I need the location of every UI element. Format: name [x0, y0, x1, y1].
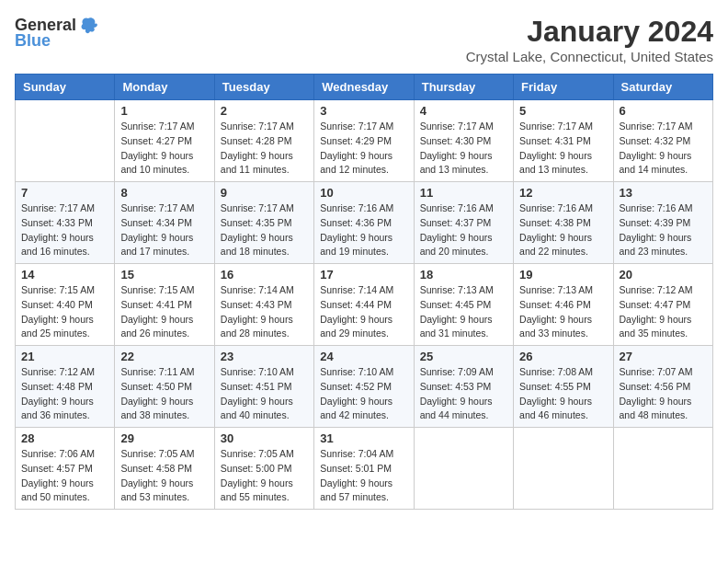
day-number: 15 [120, 268, 208, 282]
day-number: 21 [21, 350, 108, 363]
day-number: 1 [120, 104, 208, 118]
day-number: 17 [320, 268, 407, 282]
calendar-day-cell: 25Sunrise: 7:09 AM Sunset: 4:53 PM Dayli… [414, 346, 513, 428]
day-number: 12 [519, 186, 607, 200]
day-of-week-header: Sunday [16, 75, 115, 100]
day-info: Sunrise: 7:04 AM Sunset: 5:01 PM Dayligh… [320, 447, 407, 505]
day-info: Sunrise: 7:15 AM Sunset: 4:40 PM Dayligh… [21, 283, 108, 341]
calendar-header-row: SundayMondayTuesdayWednesdayThursdayFrid… [16, 75, 713, 100]
day-info: Sunrise: 7:17 AM Sunset: 4:33 PM Dayligh… [21, 201, 108, 259]
calendar-title: January 2024 [466, 15, 713, 49]
day-number: 22 [120, 350, 208, 363]
calendar-day-cell [613, 428, 712, 510]
day-info: Sunrise: 7:16 AM Sunset: 4:37 PM Dayligh… [420, 201, 507, 259]
day-info: Sunrise: 7:10 AM Sunset: 4:52 PM Dayligh… [320, 365, 407, 423]
day-info: Sunrise: 7:05 AM Sunset: 5:00 PM Dayligh… [221, 447, 308, 505]
calendar-day-cell: 18Sunrise: 7:13 AM Sunset: 4:45 PM Dayli… [414, 264, 513, 346]
calendar-day-cell: 26Sunrise: 7:08 AM Sunset: 4:55 PM Dayli… [514, 346, 613, 428]
calendar-day-cell: 14Sunrise: 7:15 AM Sunset: 4:40 PM Dayli… [16, 264, 115, 346]
calendar-subtitle: Crystal Lake, Connecticut, United States [466, 49, 713, 64]
day-info: Sunrise: 7:13 AM Sunset: 4:45 PM Dayligh… [420, 283, 507, 341]
calendar-day-cell: 9Sunrise: 7:17 AM Sunset: 4:35 PM Daylig… [214, 182, 313, 264]
calendar-week-row: 14Sunrise: 7:15 AM Sunset: 4:40 PM Dayli… [16, 264, 713, 346]
calendar-week-row: 28Sunrise: 7:06 AM Sunset: 4:57 PM Dayli… [16, 428, 713, 510]
calendar-day-cell: 13Sunrise: 7:16 AM Sunset: 4:39 PM Dayli… [613, 182, 712, 264]
calendar-week-row: 7Sunrise: 7:17 AM Sunset: 4:33 PM Daylig… [16, 182, 713, 264]
calendar-day-cell: 6Sunrise: 7:17 AM Sunset: 4:32 PM Daylig… [613, 100, 712, 182]
calendar-day-cell: 11Sunrise: 7:16 AM Sunset: 4:37 PM Dayli… [414, 182, 513, 264]
day-number: 27 [620, 350, 707, 363]
calendar-day-cell: 29Sunrise: 7:05 AM Sunset: 4:58 PM Dayli… [115, 428, 214, 510]
page-header: General Blue January 2024 Crystal Lake, … [15, 15, 713, 64]
calendar-day-cell: 27Sunrise: 7:07 AM Sunset: 4:56 PM Dayli… [613, 346, 712, 428]
calendar-day-cell [16, 100, 115, 182]
day-number: 2 [221, 104, 308, 118]
day-number: 7 [21, 186, 108, 200]
day-of-week-header: Friday [514, 75, 613, 100]
day-number: 13 [620, 186, 707, 200]
day-number: 18 [420, 268, 507, 282]
day-number: 14 [21, 268, 108, 282]
calendar-day-cell: 23Sunrise: 7:10 AM Sunset: 4:51 PM Dayli… [214, 346, 313, 428]
calendar-week-row: 21Sunrise: 7:12 AM Sunset: 4:48 PM Dayli… [16, 346, 713, 428]
day-info: Sunrise: 7:17 AM Sunset: 4:28 PM Dayligh… [221, 120, 308, 178]
day-of-week-header: Wednesday [314, 75, 414, 100]
calendar-day-cell: 4Sunrise: 7:17 AM Sunset: 4:30 PM Daylig… [414, 100, 513, 182]
day-number: 20 [620, 268, 707, 282]
day-info: Sunrise: 7:16 AM Sunset: 4:38 PM Dayligh… [519, 201, 607, 259]
day-number: 9 [221, 186, 308, 200]
day-info: Sunrise: 7:11 AM Sunset: 4:50 PM Dayligh… [120, 365, 208, 423]
day-of-week-header: Saturday [613, 75, 712, 100]
day-info: Sunrise: 7:16 AM Sunset: 4:39 PM Dayligh… [620, 201, 707, 259]
day-info: Sunrise: 7:17 AM Sunset: 4:30 PM Dayligh… [420, 120, 507, 178]
day-number: 19 [519, 268, 607, 282]
day-number: 4 [420, 104, 507, 118]
day-number: 29 [120, 431, 208, 445]
day-info: Sunrise: 7:08 AM Sunset: 4:55 PM Dayligh… [519, 365, 607, 423]
calendar-day-cell: 5Sunrise: 7:17 AM Sunset: 4:31 PM Daylig… [514, 100, 613, 182]
calendar-day-cell: 1Sunrise: 7:17 AM Sunset: 4:27 PM Daylig… [115, 100, 214, 182]
calendar-day-cell [414, 428, 513, 510]
title-block: January 2024 Crystal Lake, Connecticut, … [466, 15, 713, 64]
day-info: Sunrise: 7:16 AM Sunset: 4:36 PM Dayligh… [320, 201, 407, 259]
calendar-day-cell: 7Sunrise: 7:17 AM Sunset: 4:33 PM Daylig… [16, 182, 115, 264]
day-info: Sunrise: 7:17 AM Sunset: 4:32 PM Dayligh… [620, 120, 707, 178]
day-number: 5 [519, 104, 607, 118]
day-info: Sunrise: 7:12 AM Sunset: 4:47 PM Dayligh… [620, 283, 707, 341]
day-info: Sunrise: 7:17 AM Sunset: 4:34 PM Dayligh… [120, 201, 208, 259]
calendar-day-cell [514, 428, 613, 510]
calendar-day-cell: 8Sunrise: 7:17 AM Sunset: 4:34 PM Daylig… [115, 182, 214, 264]
calendar-day-cell: 30Sunrise: 7:05 AM Sunset: 5:00 PM Dayli… [214, 428, 313, 510]
calendar-day-cell: 22Sunrise: 7:11 AM Sunset: 4:50 PM Dayli… [115, 346, 214, 428]
day-info: Sunrise: 7:15 AM Sunset: 4:41 PM Dayligh… [120, 283, 208, 341]
logo-blue-text: Blue [15, 31, 51, 51]
day-number: 3 [320, 104, 407, 118]
day-info: Sunrise: 7:17 AM Sunset: 4:29 PM Dayligh… [320, 120, 407, 178]
calendar-day-cell: 20Sunrise: 7:12 AM Sunset: 4:47 PM Dayli… [613, 264, 712, 346]
day-number: 31 [320, 431, 407, 445]
calendar-day-cell: 31Sunrise: 7:04 AM Sunset: 5:01 PM Dayli… [314, 428, 414, 510]
day-number: 24 [320, 350, 407, 363]
day-info: Sunrise: 7:17 AM Sunset: 4:31 PM Dayligh… [519, 120, 607, 178]
calendar-day-cell: 28Sunrise: 7:06 AM Sunset: 4:57 PM Dayli… [16, 428, 115, 510]
calendar-week-row: 1Sunrise: 7:17 AM Sunset: 4:27 PM Daylig… [16, 100, 713, 182]
day-info: Sunrise: 7:14 AM Sunset: 4:44 PM Dayligh… [320, 283, 407, 341]
calendar-day-cell: 3Sunrise: 7:17 AM Sunset: 4:29 PM Daylig… [314, 100, 414, 182]
calendar-day-cell: 10Sunrise: 7:16 AM Sunset: 4:36 PM Dayli… [314, 182, 414, 264]
calendar-day-cell: 19Sunrise: 7:13 AM Sunset: 4:46 PM Dayli… [514, 264, 613, 346]
day-number: 16 [221, 268, 308, 282]
day-number: 6 [620, 104, 707, 118]
day-info: Sunrise: 7:05 AM Sunset: 4:58 PM Dayligh… [120, 447, 208, 505]
day-of-week-header: Monday [115, 75, 214, 100]
logo-bird-icon [78, 15, 98, 35]
day-of-week-header: Thursday [414, 75, 513, 100]
day-info: Sunrise: 7:10 AM Sunset: 4:51 PM Dayligh… [221, 365, 308, 423]
day-number: 26 [519, 350, 607, 363]
calendar-day-cell: 17Sunrise: 7:14 AM Sunset: 4:44 PM Dayli… [314, 264, 414, 346]
day-number: 8 [120, 186, 208, 200]
calendar-day-cell: 2Sunrise: 7:17 AM Sunset: 4:28 PM Daylig… [214, 100, 313, 182]
day-number: 30 [221, 431, 308, 445]
day-number: 28 [21, 431, 108, 445]
day-info: Sunrise: 7:12 AM Sunset: 4:48 PM Dayligh… [21, 365, 108, 423]
calendar-table: SundayMondayTuesdayWednesdayThursdayFrid… [15, 74, 713, 510]
